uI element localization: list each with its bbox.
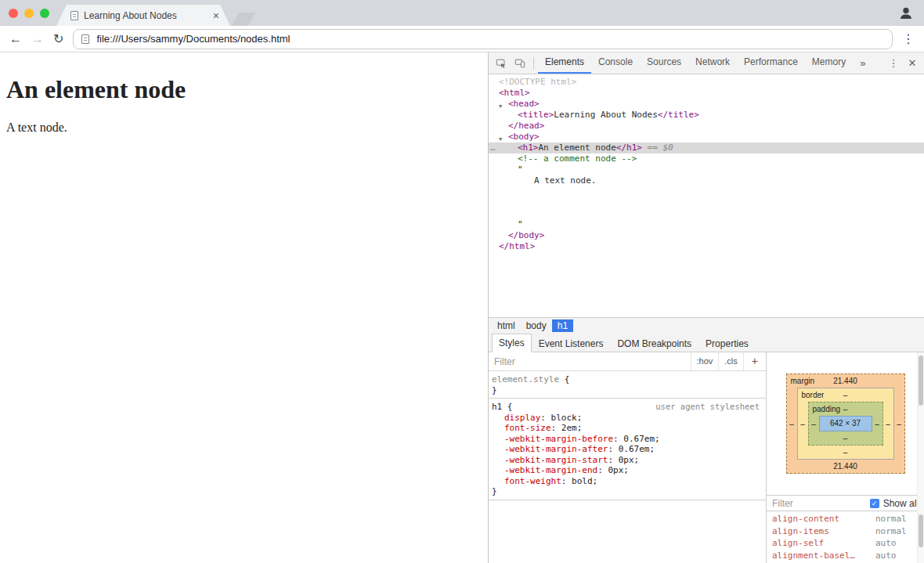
colon: : xyxy=(540,413,550,423)
show-all-checkbox[interactable]: ✓ xyxy=(870,499,879,508)
sidebar-tab-properties[interactable]: Properties xyxy=(698,334,756,352)
scrollbar[interactable] xyxy=(917,352,924,563)
padding-left-value[interactable]: – xyxy=(809,420,819,428)
device-toolbar-icon[interactable] xyxy=(511,53,529,74)
inspect-element-icon[interactable] xyxy=(492,53,511,74)
margin-bottom-value[interactable]: 21.440 xyxy=(833,462,857,471)
styles-filter-input[interactable]: Filter :hov .cls + xyxy=(489,352,766,371)
sidebar-tab-styles[interactable]: Styles xyxy=(492,334,532,352)
dom-tree-row[interactable]: <!-- a comment node --> xyxy=(489,153,924,164)
computed-property-row[interactable]: alignment-basel…auto xyxy=(767,550,924,562)
border-bottom-value[interactable]: – xyxy=(843,448,848,457)
box-model-content[interactable]: 642 × 37 xyxy=(819,416,872,431)
dom-tree-row[interactable] xyxy=(489,208,924,219)
overflow-ellipsis-icon[interactable]: … xyxy=(490,143,495,153)
computed-property-value: auto xyxy=(875,550,897,562)
dom-tree-row[interactable] xyxy=(489,197,924,208)
sidebar-tab-event-listeners[interactable]: Event Listeners xyxy=(532,334,611,352)
box-model-padding[interactable]: padding – – 642 × 37 – xyxy=(808,402,883,446)
computed-property-row[interactable]: align-itemsnormal xyxy=(767,525,924,538)
dom-tree-row[interactable]: </html> xyxy=(489,241,924,252)
scrollbar-thumb[interactable] xyxy=(919,355,923,406)
border-top-value[interactable]: – xyxy=(843,391,848,399)
show-all-label: Show all xyxy=(883,498,919,509)
dom-tree-row-selected[interactable]: …<h1>An element node</h1> == $0 xyxy=(489,143,924,153)
zoom-window-button[interactable] xyxy=(40,9,49,18)
devtools-tab-performance[interactable]: Performance xyxy=(737,52,805,74)
css-declaration[interactable]: font-weight: bold; xyxy=(492,476,761,487)
border-left-value[interactable]: – xyxy=(798,420,808,428)
rule-selector[interactable]: element.style xyxy=(492,374,559,384)
back-button[interactable]: ← xyxy=(9,33,22,45)
dom-tree-row[interactable]: ▼<body> xyxy=(489,132,924,143)
computed-filter-input[interactable]: Filter xyxy=(772,498,793,509)
dom-tree-row[interactable]: </body> xyxy=(489,230,924,241)
element-classes-button[interactable]: .cls xyxy=(718,352,743,370)
css-declaration[interactable]: font-size: 2em; xyxy=(492,423,761,434)
tab-close-icon[interactable]: × xyxy=(213,10,219,21)
breadcrumb-body[interactable]: body xyxy=(521,319,552,332)
css-declaration[interactable]: -webkit-margin-after: 0.67em; xyxy=(492,444,761,455)
code-token: == $0 xyxy=(642,143,673,153)
browser-tab[interactable]: Learning About Nodes × xyxy=(56,5,230,26)
devtools-tab-sources[interactable]: Sources xyxy=(640,52,688,74)
close-window-button[interactable] xyxy=(9,9,18,18)
devtools-tab-memory[interactable]: Memory xyxy=(805,52,853,74)
new-tab-button[interactable] xyxy=(232,13,255,26)
box-model-border[interactable]: border – – padding – xyxy=(797,388,894,460)
code-token: <h1> xyxy=(518,143,539,153)
reload-button[interactable]: ↻ xyxy=(53,33,63,45)
dom-tree-row[interactable]: <html> xyxy=(489,88,924,99)
new-style-rule-button[interactable]: + xyxy=(743,352,766,370)
devtools-menu-icon[interactable]: ⋮ xyxy=(885,57,902,69)
tab-strip: Learning About Nodes × xyxy=(0,0,924,26)
code-token: </title> xyxy=(658,110,699,120)
padding-right-value[interactable]: – xyxy=(872,420,882,428)
css-property-name: -webkit-margin-before xyxy=(504,434,613,444)
rule-selector[interactable]: h1 xyxy=(492,402,502,412)
dom-tree-row[interactable]: <title>Learning About Nodes</title> xyxy=(489,110,924,121)
dom-tree-row[interactable] xyxy=(489,186,924,197)
show-all-toggle[interactable]: ✓ Show all xyxy=(870,498,919,509)
border-right-value[interactable]: – xyxy=(883,420,893,428)
box-model-margin[interactable]: margin 21.440 – border – xyxy=(786,374,905,474)
devtools-tab-network[interactable]: Network xyxy=(688,52,737,74)
code-token: <body> xyxy=(508,132,540,142)
padding-bottom-value[interactable]: – xyxy=(843,434,848,442)
css-declaration[interactable]: -webkit-margin-before: 0.67em; xyxy=(492,434,761,445)
metrics-sidebar: margin 21.440 – border – xyxy=(767,352,924,563)
padding-top-value[interactable]: – xyxy=(843,405,848,413)
breadcrumb-h1[interactable]: h1 xyxy=(552,319,573,332)
profile-avatar-icon[interactable] xyxy=(897,5,915,22)
dom-tree-row[interactable]: ▼<head> xyxy=(489,99,924,110)
code-token: </body> xyxy=(508,230,544,240)
minimize-window-button[interactable] xyxy=(24,9,34,18)
dom-tree-row[interactable]: A text node. xyxy=(489,175,924,186)
dom-tree-row[interactable]: </head> xyxy=(489,121,924,132)
css-declaration[interactable]: -webkit-margin-start: 0px; xyxy=(492,455,761,466)
css-declaration[interactable]: display: block; xyxy=(492,413,761,424)
margin-right-value[interactable]: – xyxy=(894,420,904,428)
browser-menu-icon[interactable]: ⋮ xyxy=(902,33,915,45)
colon: : xyxy=(597,465,608,475)
devtools-tab-elements[interactable]: Elements xyxy=(538,52,591,74)
dom-tree-row[interactable]: <!DOCTYPE html> xyxy=(489,77,924,88)
sidebar-tab-dom-breakpoints[interactable]: DOM Breakpoints xyxy=(610,334,698,352)
breadcrumb-html[interactable]: html xyxy=(492,319,521,332)
code-token: An element node xyxy=(539,143,616,153)
margin-top-value[interactable]: 21.440 xyxy=(833,377,857,385)
toggle-element-state-button[interactable]: :hov xyxy=(691,352,719,370)
more-tabs-icon[interactable]: » xyxy=(853,53,872,73)
devtools-close-icon[interactable]: ✕ xyxy=(904,57,921,69)
dom-tree-row[interactable]: " xyxy=(489,164,924,175)
computed-property-row[interactable]: align-selfauto xyxy=(767,537,924,550)
scrollbar-thumb[interactable] xyxy=(919,514,923,547)
address-bar[interactable]: file:///Users/sammy/Documents/nodes.html xyxy=(73,29,893,49)
devtools-tab-console[interactable]: Console xyxy=(591,52,640,74)
style-rule: element.style {} xyxy=(489,371,766,399)
computed-property-row[interactable]: align-contentnormal xyxy=(767,513,924,525)
margin-left-value[interactable]: – xyxy=(787,420,797,428)
dom-tree-row[interactable]: " xyxy=(489,219,924,230)
css-declaration[interactable]: -webkit-margin-end: 0px; xyxy=(492,465,761,476)
forward-button[interactable]: → xyxy=(31,33,44,45)
